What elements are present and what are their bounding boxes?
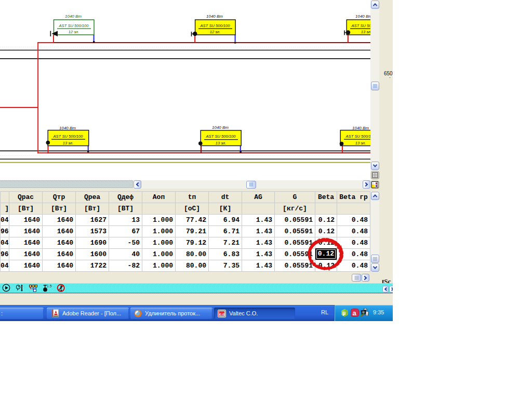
svg-text:AST SU 500/100: AST SU 500/100	[53, 134, 84, 139]
svg-text:c.o: c.o	[219, 312, 225, 316]
svg-text:AST SU 500/100: AST SU 500/100	[206, 134, 236, 139]
svg-text:1040 Вт: 1040 Вт	[352, 126, 369, 130]
svg-text:1040 Вт: 1040 Вт	[212, 125, 229, 130]
svg-text:13 эл.: 13 эл.	[355, 141, 366, 145]
svg-text:1040 Вт: 1040 Вт	[65, 14, 82, 19]
svg-text:1040 Вт: 1040 Вт	[206, 14, 223, 19]
svg-text:12 эл.: 12 эл.	[69, 30, 79, 34]
svg-text:1.5: 1.5	[47, 284, 52, 288]
svg-text:13 эл.: 13 эл.	[216, 141, 227, 145]
svg-text:AST SU 500/100: AST SU 500/100	[345, 134, 371, 139]
svg-text:1040 Вт: 1040 Вт	[59, 126, 76, 130]
svg-text:AST SU 500/100: AST SU 500/100	[59, 23, 89, 28]
svg-text:13 эл.: 13 эл.	[63, 141, 74, 145]
svg-text:13 эл.: 13 эл.	[361, 30, 370, 34]
svg-text:µ: µ	[342, 310, 345, 316]
svg-text:12 эл.: 12 эл.	[210, 30, 221, 34]
svg-text:a: a	[353, 309, 357, 317]
svg-text:1040 Вт: 1040 Вт	[355, 14, 370, 19]
svg-text:AST SU 500/100: AST SU 500/100	[351, 23, 371, 28]
svg-text:AST SU 500/100: AST SU 500/100	[200, 23, 231, 28]
